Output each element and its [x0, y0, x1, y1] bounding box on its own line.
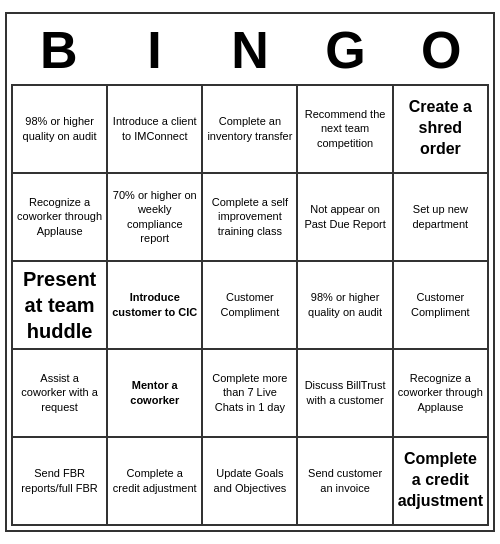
bingo-cell-4: Create a shred order	[394, 86, 489, 174]
bingo-cell-9: Set up new department	[394, 174, 489, 262]
header-b: B	[11, 18, 107, 83]
header-n: N	[202, 18, 298, 83]
header-o: O	[393, 18, 489, 83]
bingo-cell-6: 70% or higher on weekly compliance repor…	[108, 174, 203, 262]
bingo-cell-15: Assist a coworker with a request	[13, 350, 108, 438]
bingo-cell-5: Recognize a coworker through Applause	[13, 174, 108, 262]
bingo-cell-13: 98% or higher quality on audit	[298, 262, 393, 350]
header-g: G	[298, 18, 394, 83]
bingo-cell-24: Complete a credit adjustment	[394, 438, 489, 526]
bingo-grid: 98% or higher quality on auditIntroduce …	[11, 84, 489, 526]
bingo-cell-11: Introduce customer to CIC	[108, 262, 203, 350]
bingo-cell-7: Complete a self improvement training cla…	[203, 174, 298, 262]
bingo-cell-19: Recognize a coworker through Applause	[394, 350, 489, 438]
bingo-header: B I N G O	[11, 18, 489, 83]
bingo-cell-21: Complete a credit adjustment	[108, 438, 203, 526]
bingo-cell-22: Update Goals and Objectives	[203, 438, 298, 526]
header-i: I	[107, 18, 203, 83]
bingo-cell-1: Introduce a client to IMConnect	[108, 86, 203, 174]
bingo-card: B I N G O 98% or higher quality on audit…	[5, 12, 495, 531]
bingo-cell-3: Recommend the next team competition	[298, 86, 393, 174]
bingo-cell-16: Mentor a coworker	[108, 350, 203, 438]
bingo-cell-23: Send customer an invoice	[298, 438, 393, 526]
bingo-cell-14: Customer Compliment	[394, 262, 489, 350]
bingo-cell-20: Send FBR reports/full FBR	[13, 438, 108, 526]
bingo-cell-18: Discuss BillTrust with a customer	[298, 350, 393, 438]
bingo-cell-12: Customer Compliment	[203, 262, 298, 350]
bingo-cell-10: Present at team huddle	[13, 262, 108, 350]
bingo-cell-2: Complete an inventory transfer	[203, 86, 298, 174]
bingo-cell-0: 98% or higher quality on audit	[13, 86, 108, 174]
bingo-cell-8: Not appear on Past Due Report	[298, 174, 393, 262]
bingo-cell-17: Complete more than 7 Live Chats in 1 day	[203, 350, 298, 438]
